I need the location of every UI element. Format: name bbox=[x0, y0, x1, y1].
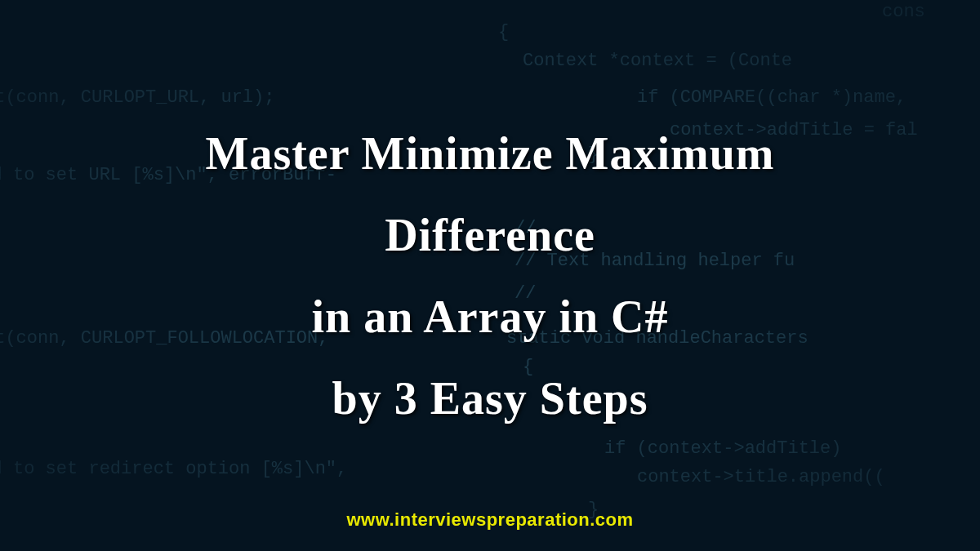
title-line-1: Master Minimize Maximum bbox=[206, 127, 775, 180]
title-container: Master Minimize Maximum Difference in an… bbox=[0, 0, 980, 551]
title-line-3: in an Array in C# bbox=[311, 291, 668, 343]
website-url: www.interviewspreparation.com bbox=[346, 509, 633, 531]
title-line-2: Difference bbox=[385, 209, 595, 261]
title-line-4: by 3 Easy Steps bbox=[332, 372, 648, 424]
